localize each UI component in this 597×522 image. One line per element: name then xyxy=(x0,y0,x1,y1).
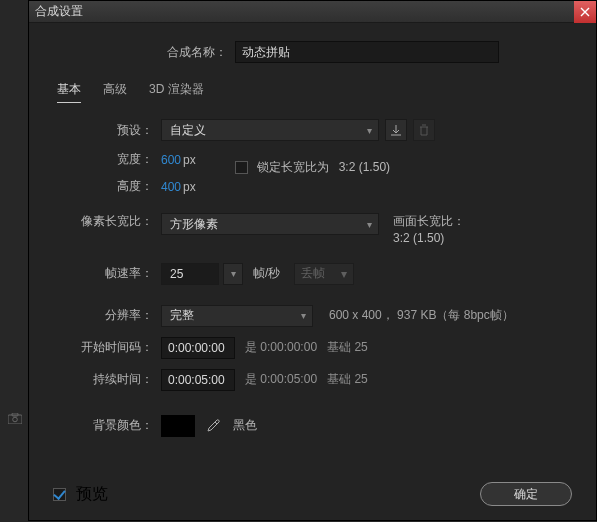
lock-aspect-label: 锁定长宽比为 xyxy=(257,160,329,174)
dropframe-dropdown[interactable]: 丢帧 ▾ xyxy=(294,263,354,285)
start-timecode-note2: 基础 25 xyxy=(327,339,368,356)
duration-note2: 基础 25 xyxy=(327,371,368,388)
comp-name-label: 合成名称： xyxy=(127,44,227,61)
resolution-label: 分辨率： xyxy=(53,307,153,324)
chevron-down-icon: ▾ xyxy=(341,267,347,281)
svg-point-2 xyxy=(13,417,18,422)
framerate-input[interactable]: 25 xyxy=(161,263,219,285)
start-timecode-note1: 是 0:00:00:00 xyxy=(245,339,317,356)
preset-value: 自定义 xyxy=(170,122,206,139)
start-timecode-input[interactable] xyxy=(161,337,235,359)
delete-preset-button[interactable] xyxy=(413,119,435,141)
close-button[interactable] xyxy=(574,1,596,23)
eyedropper-icon xyxy=(206,419,220,433)
frame-aspect-ratio: 3:2 (1.50) xyxy=(393,230,465,247)
width-value[interactable]: 600 xyxy=(161,153,181,167)
trash-icon xyxy=(418,124,430,136)
preset-dropdown[interactable]: 自定义 ▾ xyxy=(161,119,379,141)
composition-settings-dialog: 合成设置 合成名称： 基本 高级 3D 渲染器 预设： 自定义 ▾ xyxy=(28,0,597,521)
eyedropper-button[interactable] xyxy=(203,416,223,436)
lock-aspect-ratio: 3:2 (1.50) xyxy=(339,160,390,174)
duration-input[interactable] xyxy=(161,369,235,391)
tab-basic[interactable]: 基本 xyxy=(57,81,81,103)
width-unit: px xyxy=(183,153,196,167)
chevron-down-icon: ▾ xyxy=(367,125,372,136)
lock-aspect-checkbox[interactable] xyxy=(235,161,248,174)
framerate-dropdown-toggle[interactable]: ▾ xyxy=(223,263,243,285)
framerate-label: 帧速率： xyxy=(53,265,153,282)
chevron-down-icon: ▾ xyxy=(301,310,306,321)
par-value: 方形像素 xyxy=(170,216,218,233)
comp-name-input[interactable] xyxy=(235,41,499,63)
tab-3d-renderer[interactable]: 3D 渲染器 xyxy=(149,81,204,103)
bgcolor-label: 背景颜色： xyxy=(53,417,153,434)
preview-checkbox[interactable] xyxy=(53,488,66,501)
duration-note1: 是 0:00:05:00 xyxy=(245,371,317,388)
dialog-title: 合成设置 xyxy=(35,3,83,20)
dropframe-value: 丢帧 xyxy=(301,265,325,282)
camera-icon xyxy=(8,413,22,424)
tab-advanced[interactable]: 高级 xyxy=(103,81,127,103)
preset-label: 预设： xyxy=(53,122,153,139)
preview-label: 预览 xyxy=(76,485,108,502)
ok-button[interactable]: 确定 xyxy=(480,482,572,506)
chevron-down-icon: ▾ xyxy=(231,268,236,279)
save-icon xyxy=(390,124,402,136)
framerate-unit: 帧/秒 xyxy=(253,265,280,282)
save-preset-button[interactable] xyxy=(385,119,407,141)
chevron-down-icon: ▾ xyxy=(367,219,372,230)
height-label: 高度： xyxy=(53,178,153,195)
resolution-dropdown[interactable]: 完整 ▾ xyxy=(161,305,313,327)
frame-aspect-label: 画面长宽比： xyxy=(393,213,465,230)
par-label: 像素长宽比： xyxy=(53,213,153,230)
width-label: 宽度： xyxy=(53,151,153,168)
par-dropdown[interactable]: 方形像素 ▾ xyxy=(161,213,379,235)
height-unit: px xyxy=(183,180,196,194)
height-value[interactable]: 400 xyxy=(161,180,181,194)
close-icon xyxy=(580,7,590,17)
duration-label: 持续时间： xyxy=(53,371,153,388)
bgcolor-name: 黑色 xyxy=(233,417,257,434)
framerate-value: 25 xyxy=(170,267,183,281)
resolution-note: 600 x 400， 937 KB（每 8bpc帧） xyxy=(329,307,514,324)
start-timecode-label: 开始时间码： xyxy=(53,339,153,356)
bgcolor-swatch[interactable] xyxy=(161,415,195,437)
title-bar: 合成设置 xyxy=(29,1,596,23)
tabs: 基本 高级 3D 渲染器 xyxy=(57,81,572,103)
resolution-value: 完整 xyxy=(170,307,194,324)
